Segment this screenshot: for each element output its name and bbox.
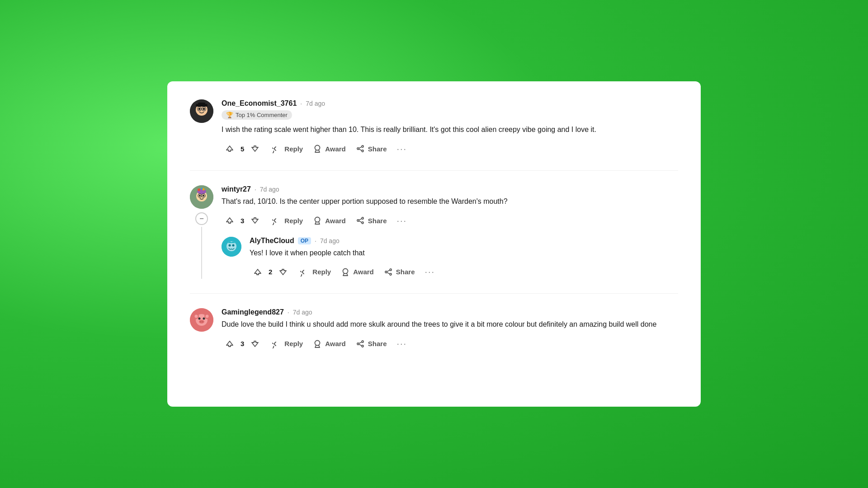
- timestamp-dot: ·: [288, 309, 289, 316]
- svg-point-53: [315, 340, 320, 345]
- more-button[interactable]: ···: [393, 142, 410, 156]
- share-button[interactable]: Share: [352, 214, 391, 227]
- share-button[interactable]: Share: [352, 142, 391, 155]
- downvote-button[interactable]: [247, 142, 263, 155]
- comment-header: One_Economist_3761 · 7d ago: [222, 99, 678, 108]
- upvote-button[interactable]: [250, 266, 266, 278]
- svg-line-31: [359, 221, 362, 222]
- reply-icon: [272, 144, 281, 153]
- vote-group: 3: [222, 214, 263, 227]
- downvote-button[interactable]: [247, 338, 263, 350]
- award-button[interactable]: Award: [337, 266, 377, 278]
- comment-row: Gaminglegend827 · 7d ago Dude love the b…: [190, 308, 678, 351]
- award-button[interactable]: Award: [309, 338, 349, 350]
- award-button[interactable]: Award: [309, 142, 349, 155]
- award-button[interactable]: Award: [309, 214, 349, 227]
- vote-group: 2: [250, 266, 291, 278]
- downvote-button[interactable]: [247, 214, 263, 227]
- avatar-image: [222, 237, 241, 257]
- reply-label: Reply: [284, 217, 303, 225]
- comment-text: I wish the rating scale went higher than…: [222, 124, 678, 136]
- downvote-icon: [250, 144, 259, 153]
- award-label: Award: [325, 340, 346, 347]
- vote-count: 3: [241, 217, 244, 225]
- upvote-button[interactable]: [222, 338, 238, 350]
- flair-emoji: 🏆: [226, 112, 233, 118]
- svg-line-41: [387, 272, 390, 274]
- svg-point-37: [390, 269, 392, 271]
- more-button[interactable]: ···: [393, 214, 410, 228]
- award-icon: [313, 144, 322, 153]
- svg-point-12: [362, 150, 363, 152]
- timestamp: ·: [300, 100, 302, 107]
- share-label: Share: [368, 340, 387, 347]
- svg-point-11: [357, 148, 359, 150]
- upvote-icon: [253, 267, 262, 277]
- thread-line: [201, 227, 202, 279]
- svg-line-13: [359, 147, 362, 148]
- comment-text: That's rad, 10/10. Is the center upper p…: [222, 196, 678, 207]
- svg-point-38: [385, 271, 387, 273]
- svg-point-23: [199, 195, 201, 197]
- share-icon: [356, 144, 365, 153]
- upvote-button[interactable]: [222, 142, 238, 155]
- timestamp: 7d ago: [293, 309, 312, 316]
- svg-point-19: [203, 188, 205, 190]
- svg-point-55: [357, 343, 359, 345]
- share-label: Share: [396, 268, 415, 276]
- svg-point-36: [343, 268, 348, 273]
- comment-header: Gaminglegend827 · 7d ago: [222, 308, 678, 316]
- svg-point-24: [203, 195, 204, 197]
- comment-header: wintyr27 · 7d ago: [222, 185, 678, 193]
- share-button[interactable]: Share: [380, 266, 419, 278]
- reply-button[interactable]: Reply: [269, 338, 307, 350]
- reply-button[interactable]: Reply: [269, 214, 307, 227]
- svg-point-35: [232, 244, 235, 246]
- upvote-icon: [225, 339, 234, 348]
- reply-button[interactable]: Reply: [269, 142, 307, 155]
- svg-line-57: [359, 342, 362, 343]
- comment-header: AlyTheCloud OP · 7d ago: [250, 237, 678, 245]
- comment-row: One_Economist_3761 · 7d ago 🏆 Top 1% Com…: [190, 99, 678, 156]
- share-button[interactable]: Share: [352, 338, 391, 350]
- svg-point-10: [362, 145, 363, 147]
- svg-point-56: [362, 345, 363, 347]
- award-icon: [341, 267, 350, 277]
- username: AlyTheCloud: [250, 237, 294, 245]
- reply-label: Reply: [284, 145, 303, 153]
- comment-text: Yes! I love it when people catch that: [250, 248, 678, 259]
- svg-point-54: [362, 341, 363, 343]
- svg-point-9: [315, 145, 320, 150]
- vote-group: 3: [222, 338, 263, 350]
- award-icon: [313, 216, 322, 225]
- upvote-button[interactable]: [222, 214, 238, 227]
- vote-count: 5: [241, 145, 244, 153]
- svg-point-28: [357, 220, 359, 221]
- avatar: [190, 185, 213, 209]
- downvote-button[interactable]: [275, 266, 291, 278]
- comment-actions: 5: [222, 142, 678, 156]
- vote-group: 5: [222, 142, 263, 155]
- share-label: Share: [368, 217, 387, 225]
- award-label: Award: [325, 145, 346, 153]
- nested-comment: AlyTheCloud OP · 7d ago Yes! I love it w…: [222, 237, 678, 279]
- reply-label: Reply: [312, 268, 331, 276]
- reply-button[interactable]: Reply: [297, 266, 335, 278]
- comment-body: wintyr27 · 7d ago That's rad, 10/10. Is …: [222, 185, 678, 279]
- more-button[interactable]: ···: [393, 337, 410, 351]
- divider: [190, 293, 678, 294]
- svg-line-40: [387, 270, 390, 272]
- reply-icon: [272, 339, 281, 348]
- downvote-icon: [278, 267, 288, 277]
- svg-point-52: [202, 321, 203, 323]
- svg-line-30: [359, 219, 362, 220]
- avatar: [222, 237, 241, 257]
- avatar-image: [190, 185, 213, 209]
- more-button[interactable]: ···: [421, 265, 439, 279]
- collapse-button[interactable]: −: [195, 212, 208, 225]
- svg-point-34: [229, 244, 231, 246]
- timestamp: 7d ago: [260, 186, 279, 193]
- op-badge: OP: [298, 237, 311, 244]
- award-icon: [313, 339, 322, 348]
- svg-line-14: [359, 149, 362, 150]
